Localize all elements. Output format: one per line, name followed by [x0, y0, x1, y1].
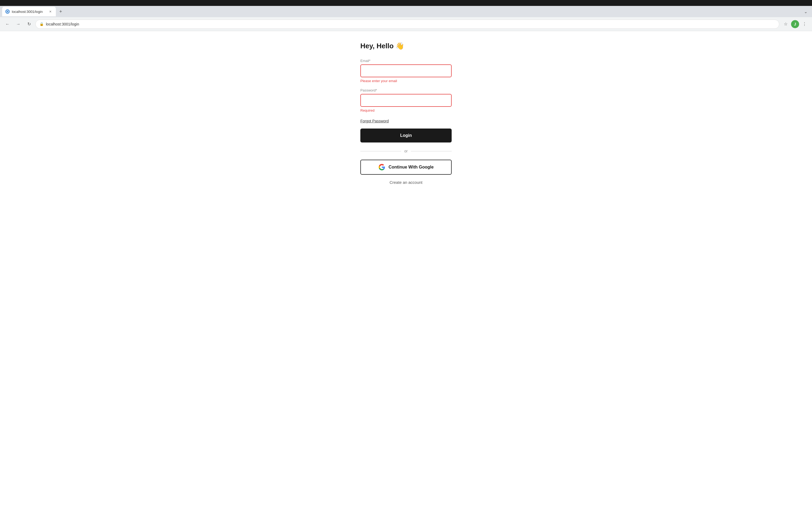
tab-bar-right: ⌄	[801, 7, 810, 16]
password-form-group: Password* Required	[360, 88, 452, 112]
profile-avatar[interactable]: J	[791, 20, 799, 28]
login-container: Hey, Hello 👋 Email* Please enter your em…	[360, 31, 452, 195]
password-input[interactable]	[360, 94, 452, 107]
divider-line-left	[360, 151, 401, 151]
reload-button[interactable]: ↻	[25, 20, 33, 28]
browser-nav-bar: ← → ↻ 🔒 localhost:3001/login ☆ J ⋮	[0, 17, 812, 31]
password-label: Password*	[360, 88, 452, 92]
page-content: Hey, Hello 👋 Email* Please enter your em…	[0, 0, 812, 527]
tab-close-button[interactable]: ✕	[48, 9, 53, 14]
tab-chevron-button[interactable]: ⌄	[801, 7, 810, 16]
google-login-button[interactable]: Continue With Google	[360, 160, 452, 175]
forward-button[interactable]: →	[14, 20, 23, 28]
address-bar-url: localhost:3001/login	[46, 22, 775, 26]
email-error: Please enter your email	[360, 79, 452, 83]
login-title: Hey, Hello 👋	[360, 42, 452, 50]
google-icon	[378, 164, 385, 171]
google-button-label: Continue With Google	[389, 165, 434, 169]
bookmark-button[interactable]: ☆	[781, 20, 790, 28]
login-title-emoji: 👋	[395, 42, 404, 50]
tab-favicon	[5, 10, 10, 14]
address-bar[interactable]: 🔒 localhost:3001/login	[35, 19, 779, 29]
tab-favicon-icon	[6, 10, 9, 13]
email-input[interactable]	[360, 64, 452, 77]
tab-title: localhost:3001/login	[12, 10, 43, 14]
password-error: Required	[360, 108, 452, 112]
forgot-password-link[interactable]: Forgot Password	[360, 119, 389, 123]
divider-line-right	[411, 151, 452, 151]
browser-tab[interactable]: localhost:3001/login ✕	[2, 7, 56, 16]
email-form-group: Email* Please enter your email	[360, 59, 452, 83]
divider: or	[360, 149, 452, 153]
menu-button[interactable]: ⋮	[800, 20, 809, 28]
nav-right-controls: ☆ J ⋮	[781, 20, 809, 28]
new-tab-button[interactable]: +	[57, 8, 64, 15]
login-title-text: Hey, Hello	[360, 42, 395, 50]
lock-icon: 🔒	[40, 22, 44, 26]
browser-tab-bar: localhost:3001/login ✕ + ⌄	[0, 6, 812, 17]
create-account-link[interactable]: Create an account	[360, 180, 452, 185]
email-label: Email*	[360, 59, 452, 63]
browser-chrome: localhost:3001/login ✕ + ⌄ ← → ↻ 🔒 local…	[0, 0, 812, 31]
back-button[interactable]: ←	[3, 20, 12, 28]
browser-top-bar	[0, 0, 812, 6]
login-button[interactable]: Login	[360, 129, 452, 142]
divider-text: or	[404, 149, 408, 153]
